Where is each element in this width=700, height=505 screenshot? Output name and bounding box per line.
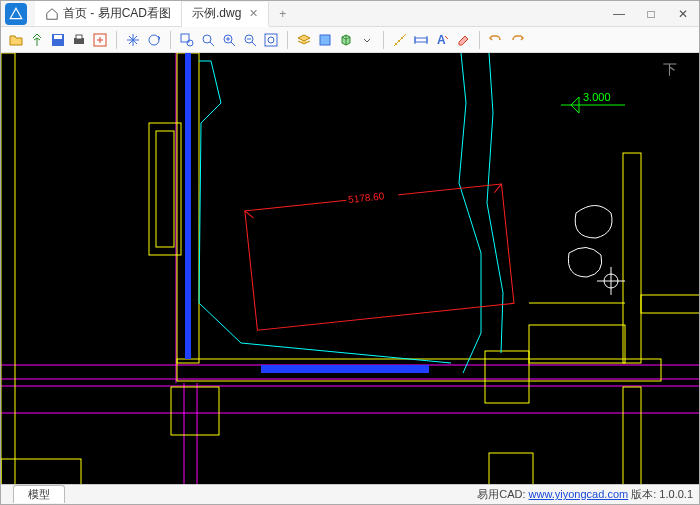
zoom-window-icon[interactable]	[178, 31, 196, 49]
svg-rect-34	[641, 295, 699, 313]
brand-link[interactable]: www.yiyongcad.com	[529, 488, 629, 500]
tab-close-icon[interactable]: ✕	[249, 7, 258, 20]
model-tab[interactable]: 模型	[13, 485, 65, 503]
layer-icon[interactable]	[295, 31, 313, 49]
svg-rect-13	[320, 35, 330, 45]
svg-rect-29	[171, 387, 219, 435]
separator	[287, 31, 288, 49]
export-icon[interactable]	[91, 31, 109, 49]
dropdown-icon[interactable]	[358, 31, 376, 49]
redo-icon[interactable]	[508, 31, 526, 49]
window-controls: — □ ✕	[603, 1, 699, 26]
svg-text:A: A	[437, 33, 446, 47]
svg-rect-3	[76, 35, 82, 39]
save-icon[interactable]	[49, 31, 67, 49]
toolbar: A	[1, 27, 699, 53]
tab-home[interactable]: 首页 - 易用CAD看图	[35, 1, 182, 26]
svg-rect-32	[623, 153, 641, 363]
svg-rect-11	[265, 34, 277, 46]
tab-file[interactable]: 示例.dwg ✕	[182, 2, 269, 27]
svg-point-7	[187, 40, 193, 46]
app-logo	[5, 3, 27, 25]
svg-rect-23	[1, 53, 15, 485]
text-icon[interactable]: A	[433, 31, 451, 49]
svg-rect-38	[261, 365, 429, 373]
open-icon[interactable]	[7, 31, 25, 49]
svg-point-8	[203, 35, 211, 43]
svg-rect-14	[415, 38, 427, 42]
zoom-out-icon[interactable]	[241, 31, 259, 49]
measure-icon[interactable]	[391, 31, 409, 49]
elevation-marker: 3.000	[561, 91, 625, 113]
rotate-view-icon[interactable]	[145, 31, 163, 49]
svg-point-12	[268, 37, 274, 43]
svg-rect-37	[185, 53, 191, 359]
separator	[170, 31, 171, 49]
new-tab-button[interactable]: +	[269, 7, 296, 21]
svg-point-5	[149, 35, 159, 45]
tab-bar: 首页 - 易用CAD看图 示例.dwg ✕ + — □ ✕	[1, 1, 699, 27]
tab-home-label: 首页 - 易用CAD看图	[63, 5, 171, 22]
svg-text:3.000: 3.000	[583, 91, 611, 103]
maximize-button[interactable]: □	[635, 1, 667, 26]
close-button[interactable]: ✕	[667, 1, 699, 26]
dimension-text: 5178.60	[348, 190, 386, 205]
pan-icon[interactable]	[124, 31, 142, 49]
status-brand: 易用CAD: www.yiyongcad.com 版本: 1.0.0.1	[477, 487, 693, 502]
svg-rect-28	[156, 131, 174, 247]
zoom-all-icon[interactable]	[262, 31, 280, 49]
3d-icon[interactable]	[337, 31, 355, 49]
svg-line-43	[245, 210, 254, 219]
block-icon[interactable]	[316, 31, 334, 49]
drawing-canvas[interactable]: 下	[1, 53, 699, 485]
minimize-button[interactable]: —	[603, 1, 635, 26]
svg-line-44	[493, 184, 502, 193]
print-icon[interactable]	[70, 31, 88, 49]
dimension-icon[interactable]	[412, 31, 430, 49]
status-bar: 模型 易用CAD: www.yiyongcad.com 版本: 1.0.0.1	[1, 484, 699, 504]
palm-icon[interactable]	[28, 31, 46, 49]
svg-rect-42	[245, 184, 514, 330]
svg-rect-1	[54, 35, 62, 39]
separator	[479, 31, 480, 49]
tab-file-label: 示例.dwg	[192, 5, 241, 22]
separator	[116, 31, 117, 49]
svg-rect-30	[489, 453, 533, 485]
erase-icon[interactable]	[454, 31, 472, 49]
zoom-extents-icon[interactable]	[199, 31, 217, 49]
cad-drawing: 5178.60 3.000	[1, 53, 699, 485]
zoom-in-icon[interactable]	[220, 31, 238, 49]
separator	[383, 31, 384, 49]
svg-rect-24	[1, 459, 81, 485]
undo-icon[interactable]	[487, 31, 505, 49]
svg-rect-35	[529, 325, 625, 363]
svg-rect-33	[623, 387, 641, 485]
home-icon	[45, 7, 59, 21]
